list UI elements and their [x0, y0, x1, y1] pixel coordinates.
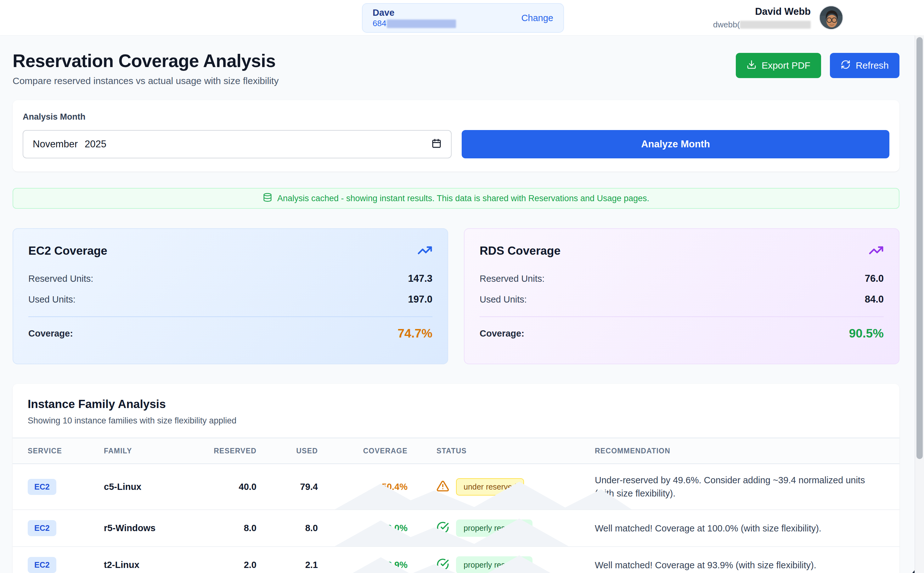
ec2-coverage-value: 74.7% [397, 327, 432, 340]
used-cell: 8.0 [256, 523, 318, 533]
table-column-headers: Service Family Reserved Used Coverage St… [13, 438, 899, 464]
cached-notice-text: Analysis cached - showing instant result… [277, 194, 649, 204]
month-row: November 2025 Analyze Month [23, 130, 890, 158]
used-cell: 2.1 [256, 560, 318, 570]
ec2-coverage-row: Coverage: 74.7% [28, 327, 432, 340]
download-icon [746, 59, 757, 72]
account-selector[interactable]: Dave 684 Change [362, 3, 564, 33]
page-subtitle: Compare reserved instances vs actual usa… [13, 75, 278, 86]
analysis-month-label: Analysis Month [23, 112, 890, 122]
ec2-card-header: EC2 Coverage [28, 243, 432, 259]
page-title: Reservation Coverage Analysis [13, 50, 278, 71]
page-heading: Reservation Coverage Analysis Compare re… [13, 50, 278, 86]
refresh-button[interactable]: Refresh [830, 53, 899, 78]
analyze-month-button[interactable]: Analyze Month [462, 130, 890, 158]
service-cell: EC2 [28, 557, 104, 573]
ec2-card-stats: Reserved Units: 147.3 Used Units: 197.0 … [28, 273, 432, 340]
coverage-cell: 50.4% [318, 482, 408, 492]
rds-reserved-row: Reserved Units: 76.0 [480, 273, 884, 284]
top-header: Dave 684 Change David Webb dwebb( [0, 0, 924, 35]
col-header-recommendation: Recommendation [582, 447, 884, 455]
user-email-prefix: dwebb( [713, 20, 740, 30]
trending-up-icon [417, 243, 432, 259]
main-content: Reservation Coverage Analysis Compare re… [13, 50, 899, 573]
service-badge: EC2 [28, 479, 56, 495]
account-info: Dave 684 [373, 7, 456, 29]
month-input[interactable]: November 2025 [23, 130, 452, 158]
status-cell: properly reserved [408, 556, 582, 573]
ec2-coverage-card: EC2 Coverage Reserved Units: 147.3 Used … [13, 228, 448, 364]
coverage-cards: EC2 Coverage Reserved Units: 147.3 Used … [13, 228, 899, 364]
rds-coverage-label: Coverage: [480, 328, 524, 339]
table-row[interactable]: EC2 t2-Linux 2.0 2.1 93.9% properly rese… [13, 547, 899, 573]
instance-family-analysis-card: Instance Family Analysis Showing 10 inst… [13, 384, 899, 573]
ec2-card-title: EC2 Coverage [28, 244, 107, 258]
ec2-reserved-row: Reserved Units: 147.3 [28, 273, 432, 284]
cached-notice: Analysis cached - showing instant result… [13, 188, 899, 209]
database-icon [263, 193, 272, 204]
rds-used-label: Used Units: [480, 294, 527, 305]
table-subtitle: Showing 10 instance families with size f… [28, 416, 884, 426]
ec2-used-row: Used Units: 197.0 [28, 294, 432, 305]
service-cell: EC2 [28, 520, 104, 536]
trending-up-icon [869, 243, 884, 259]
user-block: David Webb dwebb( [713, 0, 843, 35]
rds-used-row: Used Units: 84.0 [480, 294, 884, 305]
vertical-scrollbar[interactable] [915, 35, 924, 573]
year-segment[interactable]: 2025 [84, 139, 106, 150]
status-cell: properly reserved [408, 520, 582, 537]
rds-reserved-label: Reserved Units: [480, 274, 544, 284]
rds-coverage-value: 90.5% [849, 327, 884, 340]
col-header-family: Family [104, 447, 195, 455]
used-cell: 79.4 [256, 482, 318, 492]
rds-coverage-card: RDS Coverage Reserved Units: 76.0 Used U… [464, 228, 899, 364]
analysis-month-card: Analysis Month November 2025 Analyze Mon… [13, 100, 899, 172]
family-cell: r5-Windows [104, 523, 195, 533]
change-account-link[interactable]: Change [521, 13, 553, 23]
ec2-reserved-value: 147.3 [408, 273, 432, 284]
service-badge: EC2 [28, 520, 56, 536]
user-avatar[interactable] [819, 5, 843, 30]
check-circle-icon [436, 558, 449, 572]
coverage-cell: 100.0% [318, 523, 408, 533]
export-pdf-button[interactable]: Export PDF [736, 53, 821, 78]
recommendation-cell: Under-reserved by 49.6%. Consider adding… [582, 473, 884, 500]
rds-card-header: RDS Coverage [480, 243, 884, 259]
rds-card-title: RDS Coverage [480, 244, 561, 258]
vertical-scrollbar-thumb[interactable] [916, 37, 923, 459]
recommendation-cell: Well matched! Coverage at 100.0% (with s… [582, 522, 884, 535]
col-header-coverage: Coverage [318, 447, 408, 455]
family-cell: c5-Linux [104, 482, 195, 492]
col-header-service: Service [28, 447, 104, 455]
month-segment[interactable]: November [33, 139, 78, 150]
account-name: Dave [373, 7, 456, 18]
export-pdf-label: Export PDF [761, 60, 810, 71]
status-cell: under reserved [408, 478, 582, 496]
rds-reserved-value: 76.0 [865, 273, 884, 284]
reserved-cell: 8.0 [195, 523, 256, 533]
refresh-label: Refresh [856, 60, 889, 71]
status-badge: properly reserved [456, 520, 533, 537]
rds-card-stats: Reserved Units: 76.0 Used Units: 84.0 Co… [480, 273, 884, 340]
account-id-prefix: 684 [373, 18, 386, 29]
ec2-coverage-label: Coverage: [28, 328, 73, 339]
rds-card-divider [480, 316, 884, 317]
redacted-account-id [387, 20, 456, 28]
ec2-used-value: 197.0 [408, 294, 432, 305]
account-id: 684 [373, 18, 456, 29]
reserved-cell: 40.0 [195, 482, 256, 492]
table-row[interactable]: EC2 r5-Windows 8.0 8.0 100.0% properly r… [13, 510, 899, 547]
table-row[interactable]: EC2 c5-Linux 40.0 79.4 50.4% under reser… [13, 464, 899, 510]
table-header-block: Instance Family Analysis Showing 10 inst… [13, 384, 899, 438]
calendar-icon[interactable] [432, 139, 442, 150]
col-header-reserved: Reserved [195, 447, 256, 455]
avatar-image [820, 6, 843, 30]
status-badge: under reserved [456, 478, 524, 496]
alert-triangle-icon [436, 480, 449, 494]
col-header-used: Used [256, 447, 318, 455]
month-input-value: November 2025 [33, 139, 106, 150]
ec2-reserved-label: Reserved Units: [28, 274, 93, 284]
recommendation-cell: Well matched! Coverage at 93.9% (with si… [582, 559, 884, 572]
col-header-status: Status [408, 447, 582, 455]
redacted-email [740, 21, 811, 29]
